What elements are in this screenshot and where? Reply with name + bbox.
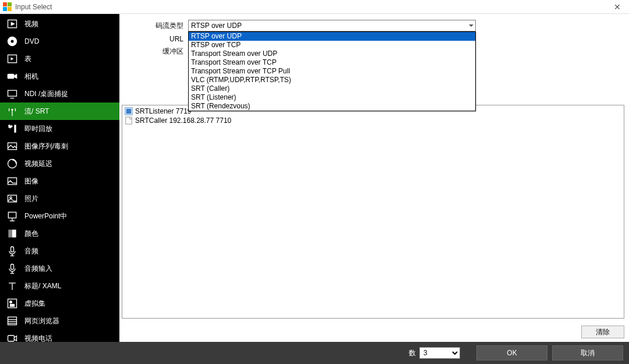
svg-point-10 bbox=[11, 109, 13, 111]
sidebar-item-camera[interactable]: 相机 bbox=[0, 68, 119, 85]
sidebar-item-delay[interactable]: 视频延迟 bbox=[0, 155, 119, 172]
sidebar-item-label: 照片 bbox=[24, 194, 38, 204]
sidebar-item-mic[interactable]: 音频 bbox=[0, 242, 119, 260]
sidebar-item-micin[interactable]: 音频输入 bbox=[0, 260, 119, 277]
color-icon bbox=[6, 227, 19, 240]
video-icon bbox=[6, 17, 19, 30]
list-item-label: SRTCaller 192.168.28.77 7710 bbox=[135, 116, 231, 125]
sidebar-item-label: NDI /桌面捕捉 bbox=[24, 89, 68, 99]
file-icon bbox=[125, 116, 133, 125]
sidebar-item-disc[interactable]: DVD bbox=[0, 33, 119, 50]
mic-icon bbox=[6, 245, 19, 257]
title-icon bbox=[6, 280, 19, 292]
sidebar-item-label: 颜色 bbox=[24, 229, 38, 239]
dropdown-option[interactable]: RTSP over TCP bbox=[189, 41, 475, 50]
svg-marker-7 bbox=[14, 74, 17, 79]
sidebar-item-color[interactable]: 颜色 bbox=[0, 225, 119, 242]
ok-button[interactable]: OK bbox=[476, 345, 547, 361]
sidebar-item-label: 即时回放 bbox=[24, 124, 52, 134]
close-button[interactable]: ✕ bbox=[606, 0, 629, 13]
clear-button[interactable]: 清除 bbox=[581, 326, 624, 338]
sidebar-item-browser[interactable]: 网页浏览器 bbox=[0, 312, 119, 330]
stream-icon bbox=[125, 107, 133, 115]
imageseq-icon bbox=[6, 140, 19, 153]
sidebar-item-replay[interactable]: 即时回放 bbox=[0, 120, 119, 137]
dropdown-option[interactable]: VLC (RTMP,UDP,RTP,RTSP,TS) bbox=[189, 76, 475, 84]
list-item[interactable]: SRTCaller 192.168.28.77 7710 bbox=[125, 116, 621, 125]
camera-icon bbox=[6, 70, 19, 83]
dropdown-option[interactable]: SRT (Listener) bbox=[189, 93, 475, 102]
delay-icon bbox=[6, 157, 19, 170]
monitor-icon bbox=[6, 87, 19, 100]
sidebar-item-ppt[interactable]: PowerPoint中 bbox=[0, 207, 119, 225]
dropdown-option[interactable]: Transport Stream over UDP bbox=[189, 50, 475, 58]
sidebar-item-label: 音频 bbox=[24, 246, 38, 256]
num-select[interactable]: 3 bbox=[419, 347, 460, 359]
svg-point-31 bbox=[9, 301, 12, 303]
list-item-label: SRTListener 7719 bbox=[135, 107, 192, 115]
sidebar-item-label: PowerPoint中 bbox=[24, 211, 67, 221]
ppt-icon bbox=[6, 210, 19, 222]
sidebar-item-monitor[interactable]: NDI /桌面捕捉 bbox=[0, 85, 119, 103]
videocall-icon bbox=[6, 332, 19, 342]
list-area[interactable]: SRTListener 7719SRTCaller 192.168.28.77 … bbox=[122, 105, 624, 319]
image-icon bbox=[6, 175, 19, 188]
sidebar-item-playlist[interactable]: 表 bbox=[0, 50, 119, 68]
num-label: 数 bbox=[409, 348, 416, 358]
virtualset-icon bbox=[6, 297, 19, 310]
window-title: Input Select bbox=[15, 3, 606, 11]
svg-rect-14 bbox=[8, 178, 17, 185]
browser-icon bbox=[6, 314, 19, 327]
dropdown-option[interactable]: Transport Stream over TCP Pull bbox=[189, 67, 475, 76]
svg-rect-22 bbox=[11, 247, 14, 252]
disc-icon bbox=[6, 35, 19, 48]
stream-type-dropdown[interactable]: RTSP over UDPRTSP over TCPTransport Stre… bbox=[188, 31, 476, 111]
sidebar-item-photo[interactable]: 照片 bbox=[0, 190, 119, 207]
dropdown-option[interactable]: Transport Stream over TCP bbox=[189, 58, 475, 67]
svg-point-3 bbox=[11, 40, 14, 43]
svg-rect-8 bbox=[8, 90, 17, 96]
sidebar-item-virtualset[interactable]: 虚拟集 bbox=[0, 295, 119, 312]
sidebar-item-label: 视频 bbox=[24, 19, 38, 29]
sidebar-item-videocall[interactable]: 视频电话 bbox=[0, 330, 119, 342]
playlist-icon bbox=[6, 52, 19, 65]
sidebar-item-label: 虚拟集 bbox=[24, 299, 45, 309]
sidebar-item-label: 标题/ XAML bbox=[24, 281, 61, 291]
svg-rect-25 bbox=[11, 264, 14, 270]
sidebar-item-imageseq[interactable]: 图像序列/毒刺 bbox=[0, 137, 119, 155]
stream-type-label: 码流类型 bbox=[125, 21, 188, 31]
svg-rect-39 bbox=[126, 109, 132, 114]
sidebar-item-label: 图像 bbox=[24, 176, 38, 186]
photo-icon bbox=[6, 192, 19, 205]
sidebar-item-title[interactable]: 标题/ XAML bbox=[0, 277, 119, 295]
url-label: URL bbox=[125, 35, 188, 43]
chevron-down-icon bbox=[469, 24, 473, 27]
bottom-bar: 数 3 OK 取消 bbox=[0, 342, 629, 364]
svg-rect-6 bbox=[8, 74, 15, 79]
svg-rect-32 bbox=[10, 304, 15, 307]
sidebar-item-label: DVD bbox=[24, 37, 39, 45]
svg-rect-37 bbox=[8, 335, 15, 341]
sidebar-item-video[interactable]: 视频 bbox=[0, 15, 119, 33]
antenna-icon bbox=[6, 105, 19, 118]
svg-marker-5 bbox=[11, 58, 14, 61]
dropdown-option[interactable]: SRT (Rendezvous) bbox=[189, 102, 475, 111]
sidebar-item-label: 流/ SRT bbox=[24, 107, 49, 116]
dropdown-option[interactable]: RTSP over UDP bbox=[189, 32, 475, 41]
sidebar-item-label: 网页浏览器 bbox=[24, 316, 59, 326]
app-icon bbox=[2, 2, 12, 12]
sidebar-item-label: 相机 bbox=[24, 72, 38, 82]
cancel-button[interactable]: 取消 bbox=[552, 345, 623, 361]
titlebar: Input Select ✕ bbox=[0, 0, 629, 14]
sidebar-item-image[interactable]: 图像 bbox=[0, 172, 119, 190]
stream-type-combo[interactable]: RTSP over UDP bbox=[188, 20, 476, 31]
sidebar-item-label: 视频延迟 bbox=[24, 159, 52, 169]
content-pane: 码流类型 RTSP over UDP RTSP over UDPRTSP ove… bbox=[119, 14, 629, 342]
svg-rect-20 bbox=[8, 229, 12, 237]
sidebar-item-antenna[interactable]: 流/ SRT bbox=[0, 103, 119, 120]
sidebar-item-label: 表 bbox=[24, 54, 31, 64]
main-area: 视频DVD表相机NDI /桌面捕捉流/ SRT即时回放图像序列/毒刺视频延迟图像… bbox=[0, 14, 629, 342]
dropdown-option[interactable]: SRT (Caller) bbox=[189, 84, 475, 93]
buffer-label: 缓冲区 bbox=[125, 47, 188, 56]
svg-rect-21 bbox=[12, 229, 16, 237]
